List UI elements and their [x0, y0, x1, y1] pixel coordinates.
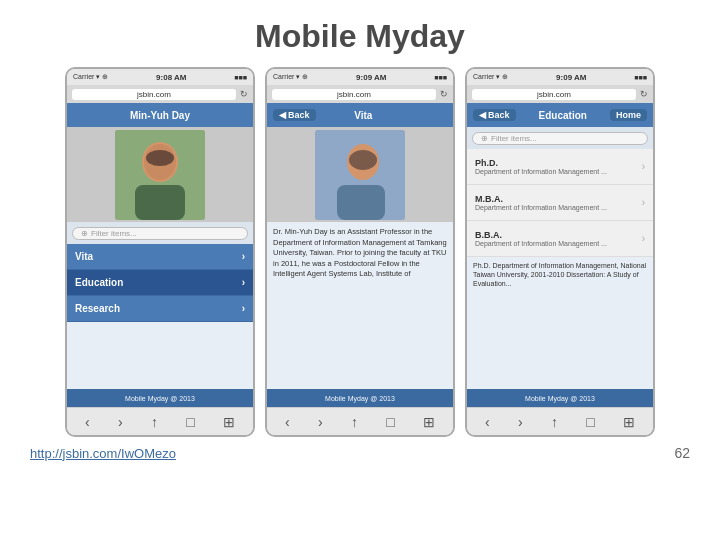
phone-footer-2: Mobile Myday @ 2013 [267, 389, 453, 407]
search-icon-1: ⊕ [81, 229, 88, 238]
menu-item-education[interactable]: Education › [67, 270, 253, 296]
url-text-2[interactable]: jsbin.com [272, 89, 436, 100]
phone-1: Carrier ▾ ⊕ 9:08 AM ■■■ jsbin.com ↻ Min-… [65, 67, 255, 437]
edu-description-3: Ph.D. Department of Information Manageme… [467, 257, 653, 292]
search-icon-3: ⊕ [481, 134, 488, 143]
time-1: 9:08 AM [156, 73, 186, 82]
nav-tabs-icon-1[interactable]: ⊞ [223, 414, 235, 430]
url-bar-2: jsbin.com ↻ [267, 85, 453, 103]
page-title: Mobile Myday [0, 0, 720, 67]
status-bar-3: Carrier ▾ ⊕ 9:09 AM ■■■ [467, 69, 653, 85]
phone-3: Carrier ▾ ⊕ 9:09 AM ■■■ jsbin.com ↻ ◀ Ba… [465, 67, 655, 437]
refresh-icon-2[interactable]: ↻ [440, 89, 448, 99]
chevron-mba: › [642, 197, 645, 208]
menu-item-vita-label: Vita [75, 251, 93, 262]
phone-content-1: ⊕ Filter items... Vita › Education › Res… [67, 127, 253, 389]
nav-bookmark-icon-3[interactable]: □ [586, 414, 594, 430]
photo-area-1 [67, 127, 253, 222]
back-button-3[interactable]: ◀ Back [473, 109, 516, 121]
person-photo-1 [115, 130, 205, 220]
menu-item-research-label: Research [75, 303, 120, 314]
time-3: 9:09 AM [556, 73, 586, 82]
phone-header-3: ◀ Back Education Home [467, 103, 653, 127]
back-button-2[interactable]: ◀ Back [273, 109, 316, 121]
nav-tabs-icon-2[interactable]: ⊞ [423, 414, 435, 430]
header-title-3: Education [539, 110, 587, 121]
nav-bar-2: ‹ › ↑ □ ⊞ [267, 407, 453, 435]
chevron-phd: › [642, 161, 645, 172]
edu-item-bba-text: B.B.A. Department of Information Managem… [475, 230, 642, 247]
edu-item-phd-title: Ph.D. [475, 158, 642, 168]
nav-bar-1: ‹ › ↑ □ ⊞ [67, 407, 253, 435]
nav-tabs-icon-3[interactable]: ⊞ [623, 414, 635, 430]
nav-forward-icon-2[interactable]: › [318, 414, 323, 430]
menu-item-education-label: Education [75, 277, 123, 288]
url-text-1[interactable]: jsbin.com [72, 89, 236, 100]
edu-item-phd-sub: Department of Information Management ... [475, 168, 642, 175]
carrier-1: Carrier ▾ ⊕ [73, 73, 108, 81]
filter-bar-3: ⊕ Filter items... [467, 127, 653, 149]
nav-bookmark-icon-2[interactable]: □ [386, 414, 394, 430]
edu-item-phd-text: Ph.D. Department of Information Manageme… [475, 158, 642, 175]
edu-item-bba-title: B.B.A. [475, 230, 642, 240]
person-photo-2 [315, 130, 405, 220]
chevron-research: › [242, 303, 245, 314]
status-bar-2: Carrier ▾ ⊕ 9:09 AM ■■■ [267, 69, 453, 85]
menu-item-research[interactable]: Research › [67, 296, 253, 322]
nav-share-icon-3[interactable]: ↑ [551, 414, 558, 430]
edu-item-bba[interactable]: B.B.A. Department of Information Managem… [467, 221, 653, 257]
filter-bar-1: ⊕ Filter items... [67, 222, 253, 244]
edu-item-bba-sub: Department of Information Management ... [475, 240, 642, 247]
edu-item-phd[interactable]: Ph.D. Department of Information Manageme… [467, 149, 653, 185]
header-title-2: Vita [354, 110, 372, 121]
photo-area-2 [267, 127, 453, 222]
url-text-3[interactable]: jsbin.com [472, 89, 636, 100]
nav-back-icon-1[interactable]: ‹ [85, 414, 90, 430]
nav-bookmark-icon-1[interactable]: □ [186, 414, 194, 430]
home-button-3[interactable]: Home [610, 109, 647, 121]
chevron-education: › [242, 277, 245, 288]
phone-content-3: ⊕ Filter items... Ph.D. Department of In… [467, 127, 653, 389]
nav-back-icon-3[interactable]: ‹ [485, 414, 490, 430]
edu-item-mba-title: M.B.A. [475, 194, 642, 204]
filter-placeholder-1: Filter items... [91, 229, 137, 238]
status-bar-1: Carrier ▾ ⊕ 9:08 AM ■■■ [67, 69, 253, 85]
url-bar-1: jsbin.com ↻ [67, 85, 253, 103]
svg-point-4 [146, 150, 174, 166]
carrier-2: Carrier ▾ ⊕ [273, 73, 308, 81]
phones-container: Carrier ▾ ⊕ 9:08 AM ■■■ jsbin.com ↻ Min-… [0, 67, 720, 437]
nav-forward-icon-3[interactable]: › [518, 414, 523, 430]
bottom-link[interactable]: http://jsbin.com/IwOMezo [30, 446, 176, 461]
menu-list-1: Vita › Education › Research › [67, 244, 253, 389]
nav-forward-icon-1[interactable]: › [118, 414, 123, 430]
nav-share-icon-2[interactable]: ↑ [351, 414, 358, 430]
phone-footer-3: Mobile Myday @ 2013 [467, 389, 653, 407]
svg-point-7 [349, 150, 377, 170]
refresh-icon-1[interactable]: ↻ [240, 89, 248, 99]
time-2: 9:09 AM [356, 73, 386, 82]
phone-2: Carrier ▾ ⊕ 9:09 AM ■■■ jsbin.com ↻ ◀ Ba… [265, 67, 455, 437]
filter-input-3[interactable]: ⊕ Filter items... [472, 132, 648, 145]
chevron-bba: › [642, 233, 645, 244]
carrier-3: Carrier ▾ ⊕ [473, 73, 508, 81]
bottom-area: http://jsbin.com/IwOMezo 62 [0, 437, 720, 469]
refresh-icon-3[interactable]: ↻ [640, 89, 648, 99]
nav-bar-3: ‹ › ↑ □ ⊞ [467, 407, 653, 435]
edu-item-mba[interactable]: M.B.A. Department of Information Managem… [467, 185, 653, 221]
nav-share-icon-1[interactable]: ↑ [151, 414, 158, 430]
phone-footer-1: Mobile Myday @ 2013 [67, 389, 253, 407]
edu-list-3: Ph.D. Department of Information Manageme… [467, 149, 653, 389]
text-content-2: Dr. Min-Yuh Day is an Assistant Professo… [267, 222, 453, 389]
phone-header-1: Min-Yuh Day [67, 103, 253, 127]
battery-2: ■■■ [434, 74, 447, 81]
svg-rect-3 [135, 185, 185, 220]
phone-header-2: ◀ Back Vita [267, 103, 453, 127]
filter-input-1[interactable]: ⊕ Filter items... [72, 227, 248, 240]
edu-item-mba-sub: Department of Information Management ... [475, 204, 642, 211]
svg-rect-8 [337, 185, 385, 220]
edu-item-mba-text: M.B.A. Department of Information Managem… [475, 194, 642, 211]
header-title-1: Min-Yuh Day [130, 110, 190, 121]
nav-back-icon-2[interactable]: ‹ [285, 414, 290, 430]
menu-item-vita[interactable]: Vita › [67, 244, 253, 270]
battery-3: ■■■ [634, 74, 647, 81]
